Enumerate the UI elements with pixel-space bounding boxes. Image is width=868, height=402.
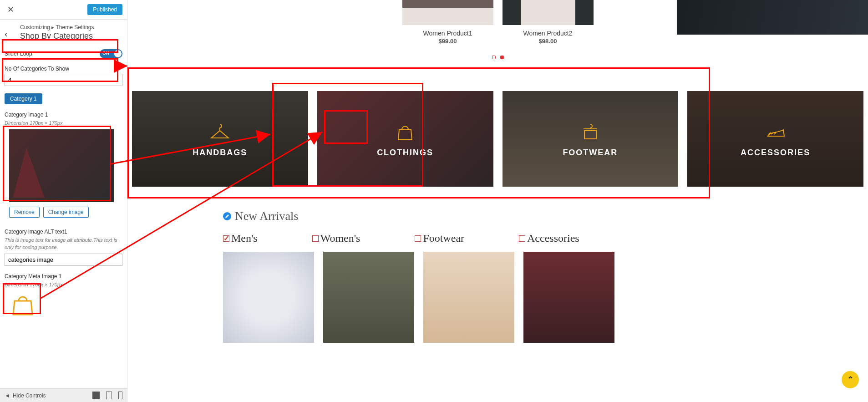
toggle-knob	[114, 50, 122, 57]
hero-banner-fragment	[677, 0, 868, 35]
breadcrumb-sep: ▸	[51, 24, 54, 31]
tab-accessories[interactable]: Accessories	[519, 232, 579, 244]
change-image-button[interactable]: Change image	[43, 207, 89, 218]
category-chip[interactable]: Category 1	[5, 93, 42, 104]
product-card[interactable]: Women Product2 $98.00	[503, 0, 594, 45]
collapse-icon: ◄	[5, 392, 10, 399]
remove-image-button[interactable]: Remove	[9, 207, 40, 218]
device-switcher	[92, 392, 122, 399]
num-categories-row: No Of Categories To Show	[0, 62, 127, 90]
slider-loop-row: Slider Loop ON	[0, 46, 127, 62]
slider-loop-toggle[interactable]: ON	[100, 49, 122, 58]
hanger-icon	[208, 121, 231, 143]
bag-icon	[9, 291, 36, 316]
product-name: Women Product2	[503, 30, 594, 37]
category-card-footwear[interactable]: FOOTWEAR	[503, 91, 679, 187]
edit-icon[interactable]	[223, 212, 231, 220]
category-name: ACCESSORIES	[741, 148, 810, 158]
checkbox-icon	[519, 235, 525, 242]
checkbox-icon	[223, 235, 229, 242]
checkbox-icon	[415, 235, 421, 242]
category-card-clothings[interactable]: CLOTHINGS	[317, 91, 493, 187]
category-image-preview[interactable]	[9, 129, 114, 202]
num-categories-input[interactable]	[5, 74, 122, 86]
customizer-sidebar: ✕ Published ‹ Customizing ▸ Theme Settin…	[0, 0, 127, 402]
alt-text-input[interactable]	[5, 254, 122, 266]
num-categories-label: No Of Categories To Show	[5, 66, 122, 72]
publish-button[interactable]: Published	[87, 4, 122, 15]
checkbox-icon	[312, 235, 319, 242]
product-price: $99.00	[402, 38, 493, 45]
tablet-icon[interactable]	[106, 392, 112, 399]
meta-image-dim: Dimension 170px × 170px	[5, 281, 122, 288]
meta-image-block: Category Meta Image 1 Dimension 170px × …	[0, 270, 127, 320]
breadcrumb: ‹ Customizing ▸ Theme Settings Shop By C…	[0, 20, 127, 42]
shoe-icon	[764, 121, 787, 143]
preview-pane: Women Product1 $99.00 Women Product2 $98…	[127, 0, 868, 402]
scroll-top-button[interactable]: ⌃	[842, 371, 859, 388]
section-title: Shop By Categories	[20, 31, 121, 41]
bag-icon	[394, 121, 416, 143]
arrivals-tabs: Men's Women's Footwear Accessories	[223, 232, 772, 244]
category-image-dim: Dimension 170px × 170px	[5, 120, 122, 127]
category-image-block: Category Image 1 Dimension 170px × 170px…	[0, 108, 127, 225]
sidebar-scroll[interactable]: Slider Loop ON No Of Categories To Show …	[0, 42, 127, 388]
alt-text-help: This is image text for image alt attribu…	[5, 237, 122, 251]
meta-image-label: Category Meta Image 1	[5, 273, 122, 280]
breadcrumb-parent: Theme Settings	[56, 24, 94, 31]
alt-text-label: Category image ALT text1	[5, 229, 122, 235]
desktop-icon[interactable]	[92, 392, 100, 399]
meta-image-preview[interactable]	[9, 291, 36, 316]
alt-text-block: Category image ALT text1 This is image t…	[0, 225, 127, 270]
product-name: Women Product1	[402, 30, 493, 37]
chevron-up-icon: ⌃	[847, 375, 854, 385]
product-image	[503, 0, 594, 25]
category-card-handbags[interactable]: HANDBAGS	[132, 91, 308, 187]
hide-controls-button[interactable]: ◄ Hide Controls	[5, 392, 46, 399]
arrival-item[interactable]	[323, 252, 414, 343]
sidebar-footer: ◄ Hide Controls	[0, 388, 127, 402]
breadcrumb-prefix: Customizing	[20, 24, 50, 31]
sidebar-header: ✕ Published	[0, 0, 127, 20]
back-chevron-icon[interactable]: ‹	[5, 29, 8, 39]
carousel-dots	[127, 56, 868, 59]
slider-loop-label: Slider Loop	[5, 51, 32, 57]
close-icon[interactable]: ✕	[5, 4, 17, 15]
product-price: $98.00	[503, 38, 594, 45]
category-name: HANDBAGS	[193, 148, 247, 158]
new-arrivals-section: New Arrivals Men's Women's Footwear	[127, 205, 868, 347]
arrivals-grid	[223, 252, 772, 343]
product-card[interactable]: Women Product1 $99.00	[402, 0, 493, 45]
arrivals-title: New Arrivals	[235, 209, 298, 223]
category-grid: HANDBAGS CLOTHINGS FOOTWEAR	[127, 73, 868, 205]
dot[interactable]	[500, 56, 504, 59]
shirt-icon	[579, 121, 602, 143]
arrival-item[interactable]	[223, 252, 314, 343]
category-card-accessories[interactable]: ACCESSORIES	[687, 91, 863, 187]
tab-mens[interactable]: Men's	[223, 232, 258, 244]
category-image-label: Category Image 1	[5, 112, 122, 118]
arrival-item[interactable]	[423, 252, 514, 343]
category-name: FOOTWEAR	[563, 148, 618, 158]
product-image	[402, 0, 493, 25]
tab-womens[interactable]: Women's	[312, 232, 360, 244]
tab-footwear[interactable]: Footwear	[415, 232, 464, 244]
category-name: CLOTHINGS	[377, 148, 433, 158]
mobile-icon[interactable]	[118, 392, 122, 399]
arrival-item[interactable]	[523, 252, 614, 343]
dot[interactable]	[492, 56, 496, 59]
